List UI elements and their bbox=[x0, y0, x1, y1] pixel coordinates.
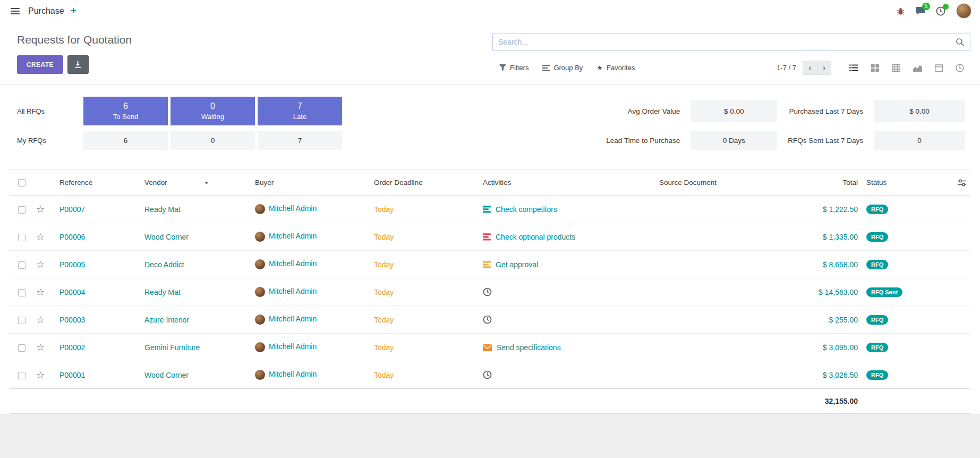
reference-link[interactable]: P00003 bbox=[59, 316, 85, 324]
buyer-name[interactable]: Mitchell Admin bbox=[269, 370, 317, 378]
export-button[interactable] bbox=[67, 55, 89, 74]
row-checkbox[interactable] bbox=[18, 344, 25, 352]
reference-link[interactable]: P00007 bbox=[59, 205, 85, 214]
vendor-link[interactable]: Wood Corner bbox=[144, 233, 189, 241]
kpi-waiting[interactable]: 0 Waiting bbox=[171, 97, 255, 125]
status-badge: RFQ Sent bbox=[866, 287, 902, 297]
row-checkbox[interactable] bbox=[18, 317, 25, 324]
apps-menu-icon[interactable] bbox=[8, 6, 22, 16]
status-badge: RFQ bbox=[866, 343, 888, 352]
activity-label[interactable]: Check competitors bbox=[496, 205, 557, 214]
row-checkbox[interactable] bbox=[18, 234, 25, 241]
kpi-late[interactable]: 7 Late bbox=[258, 97, 342, 125]
plus-icon[interactable]: + bbox=[65, 5, 82, 17]
reference-link[interactable]: P00004 bbox=[59, 288, 85, 296]
row-checkbox[interactable] bbox=[18, 206, 25, 214]
view-switch-dashboard[interactable] bbox=[949, 60, 970, 76]
favorites-menu[interactable]: ★ Favorites bbox=[590, 64, 642, 72]
favorite-star-icon[interactable]: ☆ bbox=[36, 370, 45, 380]
table-row[interactable]: ☆ P00007 Ready Mat Mitchell Admin Today … bbox=[10, 196, 970, 223]
favorite-star-icon[interactable]: ☆ bbox=[36, 259, 45, 270]
favorite-star-icon[interactable]: ☆ bbox=[36, 232, 45, 242]
activities-clock-icon[interactable] bbox=[936, 6, 945, 16]
activity-label[interactable]: Send specifications bbox=[497, 343, 561, 352]
col-header-total[interactable]: Total bbox=[777, 170, 862, 196]
buyer-name[interactable]: Mitchell Admin bbox=[269, 204, 317, 213]
view-switch-graph[interactable] bbox=[907, 60, 928, 76]
filters-menu[interactable]: Filters bbox=[492, 64, 535, 72]
reference-link[interactable]: P00001 bbox=[59, 371, 85, 379]
table-row[interactable]: ☆ P00002 Gemini Furniture Mitchell Admin… bbox=[10, 334, 970, 361]
total-amount: $ 3,026.50 bbox=[823, 371, 858, 379]
favorite-star-icon[interactable]: ☆ bbox=[36, 342, 45, 353]
list-view-icon bbox=[849, 64, 858, 71]
buyer-avatar bbox=[255, 315, 265, 325]
group-by-menu[interactable]: Group By bbox=[535, 64, 590, 72]
activity-icon[interactable] bbox=[483, 287, 492, 296]
source-document bbox=[655, 223, 777, 251]
bug-icon[interactable] bbox=[897, 7, 905, 15]
buyer-name[interactable]: Mitchell Admin bbox=[269, 342, 317, 351]
create-button[interactable]: CREATE bbox=[17, 55, 63, 74]
activity-icon[interactable] bbox=[483, 370, 492, 379]
table-row[interactable]: ☆ P00006 Wood Corner Mitchell Admin Toda… bbox=[10, 223, 970, 251]
search-bar[interactable] bbox=[492, 33, 970, 51]
kpi-my-waiting[interactable]: 0 bbox=[171, 131, 255, 150]
vendor-link[interactable]: Ready Mat bbox=[144, 288, 181, 296]
buyer-name[interactable]: Mitchell Admin bbox=[269, 315, 317, 323]
activity-icon[interactable] bbox=[483, 261, 491, 268]
activity-icon[interactable] bbox=[483, 206, 491, 213]
vendor-link[interactable]: Deco Addict bbox=[144, 260, 184, 269]
view-switch-list[interactable] bbox=[843, 60, 864, 76]
table-row[interactable]: ☆ P00005 Deco Addict Mitchell Admin Toda… bbox=[10, 251, 970, 278]
col-header-buyer[interactable]: Buyer bbox=[251, 170, 370, 196]
row-checkbox[interactable] bbox=[18, 261, 25, 269]
search-icon[interactable] bbox=[956, 38, 965, 47]
vendor-link[interactable]: Azure Interior bbox=[144, 316, 189, 324]
pager-next-button[interactable]: › bbox=[817, 61, 831, 75]
view-switch-pivot[interactable] bbox=[885, 60, 907, 76]
col-header-activities[interactable]: Activities bbox=[479, 170, 655, 196]
activity-icon[interactable] bbox=[483, 344, 492, 351]
kpi-to-send[interactable]: 6 To Send bbox=[83, 97, 168, 125]
col-header-vendor[interactable]: Vendor bbox=[140, 170, 251, 196]
col-header-status[interactable]: Status bbox=[862, 170, 943, 196]
source-document bbox=[655, 251, 777, 278]
favorite-star-icon[interactable]: ☆ bbox=[36, 204, 45, 215]
vendor-link[interactable]: Wood Corner bbox=[144, 371, 189, 379]
activity-label[interactable]: Get approval bbox=[496, 260, 538, 269]
search-input[interactable] bbox=[498, 38, 956, 46]
view-switch-calendar[interactable] bbox=[928, 60, 949, 76]
table-row[interactable]: ☆ P00001 Wood Corner Mitchell Admin Toda… bbox=[10, 361, 970, 389]
col-header-source[interactable]: Source Document bbox=[655, 170, 777, 196]
pager-previous-button[interactable]: ‹ bbox=[803, 61, 817, 75]
row-checkbox[interactable] bbox=[18, 372, 25, 379]
buyer-name[interactable]: Mitchell Admin bbox=[269, 259, 317, 268]
app-name-menu[interactable]: Purchase bbox=[28, 6, 64, 16]
messages-icon[interactable]: 5 bbox=[915, 6, 925, 15]
favorite-star-icon[interactable]: ☆ bbox=[36, 315, 45, 325]
table-row[interactable]: ☆ P00003 Azure Interior Mitchell Admin T… bbox=[10, 306, 970, 334]
buyer-name[interactable]: Mitchell Admin bbox=[269, 232, 317, 240]
view-switch-kanban[interactable] bbox=[864, 60, 885, 76]
kpi-my-to-send[interactable]: 6 bbox=[83, 131, 168, 150]
favorite-star-icon[interactable]: ☆ bbox=[36, 287, 45, 298]
optional-columns-icon[interactable] bbox=[947, 179, 966, 186]
activity-label[interactable]: Check optional products bbox=[496, 233, 575, 241]
reference-link[interactable]: P00005 bbox=[59, 260, 85, 269]
vendor-link[interactable]: Gemini Furniture bbox=[144, 343, 200, 352]
select-all-checkbox[interactable] bbox=[18, 179, 25, 186]
user-avatar[interactable] bbox=[956, 3, 972, 19]
table-row[interactable]: ☆ P00004 Ready Mat Mitchell Admin Today … bbox=[10, 278, 970, 306]
buyer-name[interactable]: Mitchell Admin bbox=[269, 287, 317, 295]
col-header-deadline[interactable]: Order Deadline bbox=[370, 170, 479, 196]
activity-icon[interactable] bbox=[483, 315, 492, 324]
reference-link[interactable]: P00006 bbox=[59, 233, 85, 241]
source-document bbox=[655, 334, 777, 361]
kpi-my-late[interactable]: 7 bbox=[258, 131, 342, 150]
col-header-reference[interactable]: Reference bbox=[55, 170, 140, 196]
reference-link[interactable]: P00002 bbox=[59, 343, 85, 352]
vendor-link[interactable]: Ready Mat bbox=[144, 205, 181, 214]
activity-icon[interactable] bbox=[483, 233, 491, 241]
row-checkbox[interactable] bbox=[18, 289, 25, 296]
